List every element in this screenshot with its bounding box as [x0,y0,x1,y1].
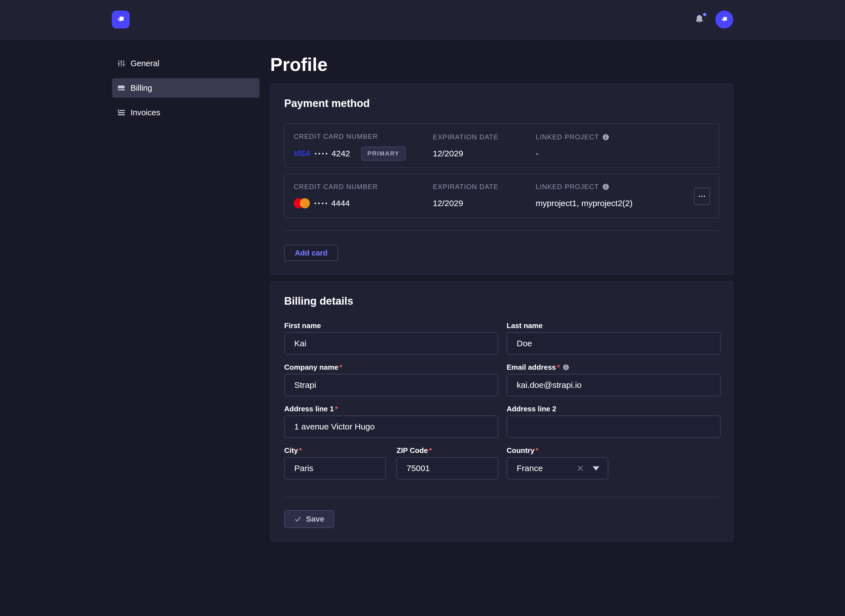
address-line2-label: Address line 2 [507,405,721,413]
linked-project-header-text: LINKED PROJECT [536,183,599,191]
sidebar-item-invoices[interactable]: $ Invoices [112,103,260,122]
expiration-date-header: EXPIRATION DATE [433,183,536,191]
zip-code-label: ZIP Code* [397,446,498,455]
label-text: Company name [284,363,338,372]
card-number-cell: CREDIT CARD NUMBER VISA •••• 4242 PRIMAR… [294,133,433,161]
billing-details-card: Billing details First name Last name [270,281,733,542]
last-name-label: Last name [507,321,721,330]
expiration-value: 12/2029 [433,147,536,160]
credit-card-row-visa: CREDIT CARD NUMBER VISA •••• 4242 PRIMAR… [284,123,720,168]
payment-divider [284,230,720,231]
strapi-logo[interactable] [112,10,130,28]
first-name-label: First name [284,321,498,330]
chevron-down-icon[interactable] [593,466,600,471]
sidebar-item-billing[interactable]: Billing [112,78,260,98]
payment-method-heading: Payment method [284,97,720,110]
address-line1-input[interactable] [284,415,498,438]
address-line1-label: Address line 1* [284,405,498,413]
zip-code-field: ZIP Code* [397,446,498,480]
country-select-value: France [517,463,577,473]
info-icon[interactable] [563,364,570,371]
required-asterisk: * [299,446,302,455]
sliders-icon [117,59,125,67]
save-button[interactable]: Save [284,510,334,528]
address-line2-field: Address line 2 [507,405,721,438]
clear-icon[interactable] [577,465,584,472]
address-line2-input[interactable] [507,415,721,438]
page-layout: General Billing $ [0,40,845,542]
avatar-strapi-icon [720,15,729,24]
invoice-icon: $ [117,109,125,117]
more-options-icon [698,195,705,197]
card-more-options-button[interactable] [694,188,710,205]
check-icon [294,515,301,523]
label-text: Email address [507,363,556,372]
strapi-logo-icon [115,14,126,25]
linked-project-value: myproject1, myproject2(2) [536,197,693,210]
address-line1-field: Address line 1* [284,405,498,438]
save-button-label: Save [306,515,324,524]
billing-details-heading: Billing details [284,295,720,308]
label-text: First name [284,321,321,330]
last-name-input[interactable] [507,332,721,355]
card-last4: 4444 [331,198,350,208]
label-text: Last name [507,321,543,330]
last-name-field: Last name [507,321,721,355]
label-text: ZIP Code [397,446,428,455]
required-asterisk: * [429,446,432,455]
city-zip-row: City* ZIP Code* [284,446,498,480]
expiration-cell: EXPIRATION DATE 12/2029 [433,133,536,160]
company-name-field: Company name* [284,363,498,396]
user-avatar[interactable] [715,10,733,28]
linked-project-header: LINKED PROJECT [536,133,693,141]
linked-project-header: LINKED PROJECT [536,183,693,191]
city-label: City* [284,446,386,455]
required-asterisk: * [536,446,538,455]
linked-project-header-text: LINKED PROJECT [536,133,599,141]
billing-form: First name Last name Company name* [284,321,720,480]
notification-dot [703,13,706,16]
sidebar-item-label: Billing [131,84,152,93]
credit-card-number-header: CREDIT CARD NUMBER [294,183,433,191]
card-number-value: VISA •••• 4242 PRIMARY [294,147,433,161]
sidebar-item-label: Invoices [131,108,160,117]
first-name-input[interactable] [284,332,498,355]
info-icon[interactable] [602,133,610,141]
country-select[interactable]: France [507,457,608,480]
city-field: City* [284,446,386,480]
notifications-button[interactable] [694,13,705,26]
linked-project-value: - [536,147,693,160]
country-label: Country* [507,446,721,455]
company-name-input[interactable] [284,374,498,396]
first-name-field: First name [284,321,498,355]
required-asterisk: * [335,405,338,413]
svg-text:$: $ [118,109,120,112]
label-text: Address line 2 [507,405,556,413]
linked-project-cell: LINKED PROJECT myproject1, myproject2(2) [536,183,693,210]
label-text: Country [507,446,535,455]
sidebar-item-general[interactable]: General [112,54,260,73]
card-number-cell: CREDIT CARD NUMBER •••• 4444 [294,183,433,210]
credit-card-icon [117,84,125,92]
main-content: Profile Payment method CREDIT CARD NUMBE… [270,54,733,542]
city-input[interactable] [284,457,386,480]
add-card-button[interactable]: Add card [284,245,338,261]
zip-code-input[interactable] [397,457,498,480]
masked-digits: •••• [314,200,329,207]
email-address-input[interactable] [507,374,721,396]
info-icon[interactable] [602,183,610,191]
email-address-label: Email address* [507,363,721,372]
page-title: Profile [270,54,733,76]
label-text: Address line 1 [284,405,334,413]
email-address-field: Email address* [507,363,721,396]
company-name-label: Company name* [284,363,498,372]
credit-card-number-header: CREDIT CARD NUMBER [294,133,433,141]
top-bar [0,0,845,40]
label-text: City [284,446,298,455]
required-asterisk: * [339,363,342,372]
settings-sidebar: General Billing $ [112,54,260,542]
country-field: Country* France [507,446,721,480]
billing-divider [284,497,720,497]
payment-method-card: Payment method CREDIT CARD NUMBER VISA •… [270,84,733,275]
expiration-date-header: EXPIRATION DATE [433,133,536,141]
